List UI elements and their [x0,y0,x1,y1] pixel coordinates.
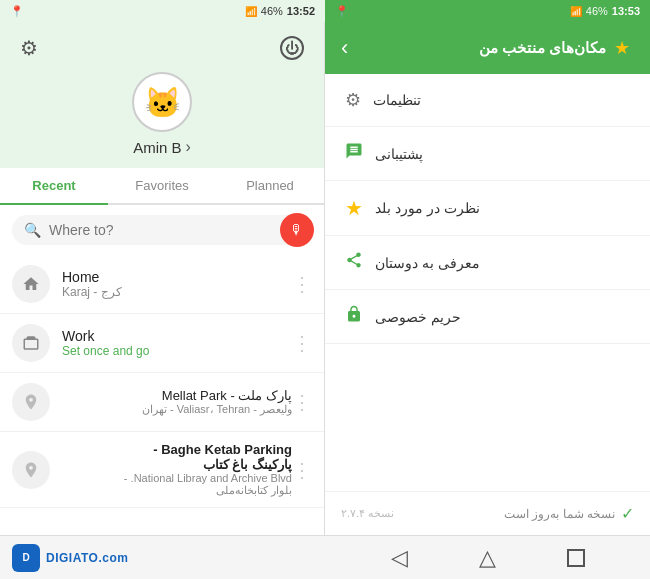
menu-item-settings[interactable]: تنظیمات ⚙ [325,74,650,127]
location-icon-left: 📍 [10,5,24,18]
list-item[interactable]: Work Set once and go ⋮ [0,314,324,373]
status-bar-right: 📍 📶 46% 13:53 [325,0,650,22]
location-icon-right: 📍 [335,5,349,18]
baghe-item-name-fa: پارکینگ باغ کتاب [62,457,292,472]
rate-menu-label: نظرت در مورد بلد [375,200,480,216]
baghe-item-name: Baghe Ketab Parking - [62,442,292,457]
right-header: ‹ مکان‌های منتخب من ★ [325,22,650,74]
user-name-row[interactable]: Amin B › [133,138,191,156]
user-name: Amin B [133,139,181,156]
left-header: ⚙ ⏻ 🐱 Amin B › [0,22,324,168]
work-item-icon [12,324,50,362]
right-menu-list: تنظیمات ⚙ پشتیبانی نظرت در مورد بلد ★ [325,74,650,491]
menu-item-rate[interactable]: نظرت در مورد بلد ★ [325,181,650,236]
right-panel-title: مکان‌های منتخب من [479,39,606,57]
baghe-item-icon [12,451,50,489]
baghe-item-text: Baghe Ketab Parking - پارکینگ باغ کتاب N… [62,442,292,497]
list-item[interactable]: Home Karaj - کرج ⋮ [0,255,324,314]
home-item-sub: Karaj - کرج [62,285,292,299]
power-icon: ⏻ [280,36,304,60]
list-item[interactable]: Baghe Ketab Parking - پارکینگ باغ کتاب N… [0,432,324,508]
tab-planned[interactable]: Planned [216,168,324,203]
status-bar-left: 📍 📶 46% 13:52 [0,0,325,22]
footer-check-icon: ✓ [621,504,634,523]
right-panel: ‹ مکان‌های منتخب من ★ تنظیمات ⚙ پشتیبانی [325,22,650,535]
menu-item-support[interactable]: پشتیبانی [325,127,650,181]
digiato-logo: D [12,544,40,572]
home-item-name: Home [62,269,292,285]
menu-item-share[interactable]: معرفی به دوستان [325,236,650,290]
work-item-name: Work [62,328,292,344]
signal-icon-right: 📶 [570,6,582,17]
footer-status-text: نسخه شما به‌روز است [504,507,615,521]
home-item-icon [12,265,50,303]
time-left: 13:52 [287,5,315,17]
bottom-nav-right: ◁ △ [325,536,650,579]
nav-home-button[interactable]: △ [479,545,496,571]
signal-icon-left: 📶 [245,6,257,17]
mellat-item-icon [12,383,50,421]
avatar: 🐱 [132,72,192,132]
nav-back-button[interactable]: ◁ [391,545,408,571]
work-item-sub: Set once and go [62,344,292,358]
settings-menu-label: تنظیمات [373,92,421,108]
support-menu-icon [345,142,363,165]
tabs-row: Recent Favorites Planned [0,168,324,205]
privacy-menu-label: حریم خصوصی [375,309,461,325]
mic-button[interactable]: 🎙 [280,213,314,247]
tab-favorites[interactable]: Favorites [108,168,216,203]
power-button[interactable]: ⏻ [276,32,308,64]
settings-button[interactable]: ⚙ [16,32,42,64]
home-item-more[interactable]: ⋮ [292,272,312,296]
work-item-more[interactable]: ⋮ [292,331,312,355]
mellat-item-text: پارک ملت - Mellat Park ولیعصر - Valiasr،… [62,388,292,416]
chevron-right-icon: › [186,138,191,156]
mic-icon: 🎙 [290,222,304,238]
search-icon: 🔍 [24,222,41,238]
share-menu-icon [345,251,363,274]
mellat-item-sub: ولیعصر - Valiasr، Tehran - تهران [62,403,292,416]
nav-recent-button[interactable] [567,549,585,567]
left-panel: ⚙ ⏻ 🐱 Amin B › Recent Favorite [0,22,325,535]
digiato-branding: D DIGIATO.com [0,536,325,579]
digiato-text: DIGIATO.com [46,551,128,565]
time-right: 13:53 [612,5,640,17]
mellat-item-more[interactable]: ⋮ [292,390,312,414]
title-star-icon: ★ [614,37,630,59]
settings-icon: ⚙ [20,37,38,59]
tab-recent[interactable]: Recent [0,168,108,205]
privacy-menu-icon [345,305,363,328]
baghe-item-sub2: بلوار کتابخانه‌ملی [62,484,292,497]
version-text: نسخه ۲.۷.۴ [341,507,394,520]
share-menu-label: معرفی به دوستان [375,255,480,271]
right-footer: ✓ نسخه شما به‌روز است نسخه ۲.۷.۴ [325,491,650,535]
battery-left: 46% [261,5,283,17]
menu-item-privacy[interactable]: حریم خصوصی [325,290,650,344]
settings-menu-icon: ⚙ [345,89,361,111]
location-list: Home Karaj - کرج ⋮ Work Set once and go … [0,255,324,535]
list-item[interactable]: پارک ملت - Mellat Park ولیعصر - Valiasr،… [0,373,324,432]
back-button[interactable]: ‹ [341,35,348,61]
work-item-text: Work Set once and go [62,328,292,358]
mellat-item-name: پارک ملت - Mellat Park [62,388,292,403]
battery-right: 46% [586,5,608,17]
search-bar: 🔍 🎙 [0,205,324,255]
rate-menu-icon: ★ [345,196,363,220]
search-input[interactable] [49,222,300,238]
support-menu-label: پشتیبانی [375,146,423,162]
home-item-text: Home Karaj - کرج [62,269,292,299]
baghe-item-sub: National Libray and Archive Blvd. - [62,472,292,484]
baghe-item-more[interactable]: ⋮ [292,458,312,482]
